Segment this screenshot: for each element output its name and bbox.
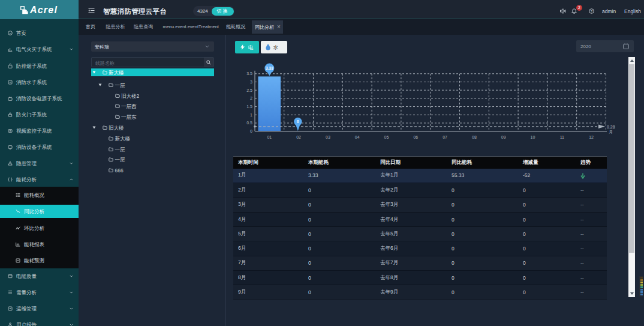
svg-text:3: 3 [250,80,252,84]
svg-text:07: 07 [443,135,447,139]
svg-text:0: 0 [250,129,252,133]
svg-text:06: 06 [413,135,418,139]
svg-text:0.28: 0.28 [607,125,615,129]
svg-text:08: 08 [472,135,477,139]
svg-text:月: 月 [609,130,613,134]
svg-text:10: 10 [531,135,535,139]
svg-text:2: 2 [250,96,252,100]
svg-text:?: ? [591,10,593,13]
svg-text:1.5: 1.5 [246,104,252,109]
svg-text:11: 11 [560,135,564,139]
svg-text:12: 12 [589,135,594,139]
svg-text:09: 09 [501,135,506,139]
svg-text:3.5: 3.5 [246,71,252,76]
svg-text:04: 04 [355,135,360,139]
svg-text:05: 05 [384,135,389,139]
svg-text:03: 03 [326,135,330,139]
svg-text:02: 02 [296,135,301,139]
svg-text:0.5: 0.5 [246,121,252,125]
svg-text:2.5: 2.5 [246,88,252,92]
svg-text:01: 01 [267,135,272,139]
svg-text:0: 0 [297,119,299,124]
svg-text:3.33: 3.33 [266,66,273,70]
svg-text:1: 1 [250,113,252,117]
